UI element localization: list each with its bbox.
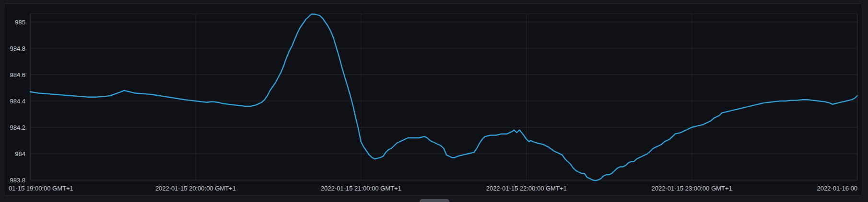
plot-border — [30, 14, 857, 180]
y-axis-tick-label: 984.8 — [10, 45, 25, 52]
y-axis-tick-label: 985 — [15, 19, 25, 26]
x-axis-tick-label: 2022-01-15 20:00:00 GMT+1 — [155, 185, 236, 192]
chart-svg[interactable]: 985984.8984.6984.4984.2984983.801-15 19:… — [0, 0, 868, 202]
horizontal-scrollbar-thumb[interactable] — [420, 199, 449, 202]
y-axis-tick-label: 984 — [15, 150, 25, 157]
y-axis-tick-label: 984.4 — [10, 98, 25, 105]
y-axis-tick-label: 983.8 — [10, 177, 25, 184]
x-axis-tick-label: 01-15 19:00:00 GMT+1 — [9, 185, 73, 192]
y-axis-tick-label: 984.6 — [10, 71, 25, 79]
x-axis-tick-label: 2022-01-15 21:00:00 GMT+1 — [321, 185, 401, 192]
x-axis-tick-label: 2022-01-15 23:00:00 GMT+1 — [652, 185, 732, 192]
x-axis-tick-label: 2022-01-16 00 — [817, 185, 857, 192]
y-axis-tick-label: 984.2 — [10, 124, 25, 131]
series-line — [30, 14, 857, 181]
x-axis-tick-label: 2022-01-15 22:00:00 GMT+1 — [486, 185, 567, 192]
